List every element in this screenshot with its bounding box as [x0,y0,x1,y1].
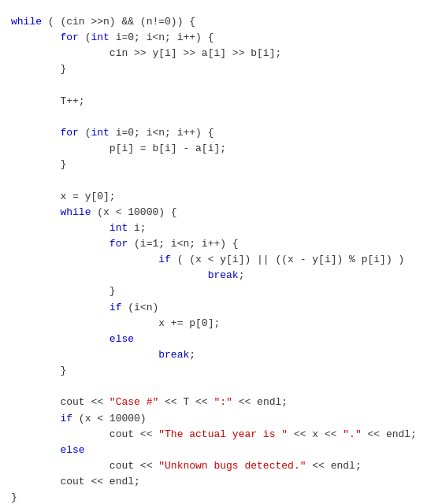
code-block: while ( (cin >>n) && (n!=0)) { for (int … [0,8,427,504]
line-1: while ( (cin >>n) && (n!=0)) { for (int … [11,16,417,503]
